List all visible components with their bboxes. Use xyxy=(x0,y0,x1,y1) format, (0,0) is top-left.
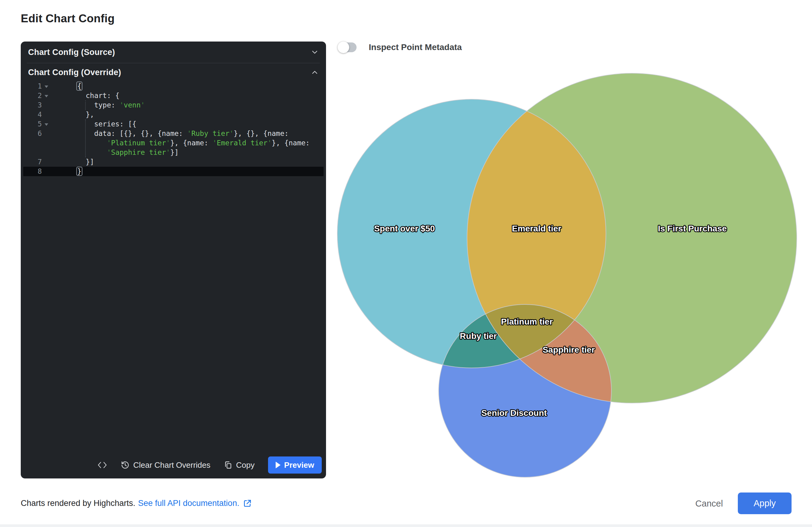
source-header-label: Chart Config (Source) xyxy=(28,48,115,57)
code-text: series: [{ xyxy=(77,119,136,129)
highcharts-credit: Charts rendered by Highcharts. xyxy=(21,499,135,508)
venn-label: Is First Purchase xyxy=(658,224,727,233)
chevron-down-icon[interactable] xyxy=(311,48,319,56)
venn-label: Spent over $50 xyxy=(374,224,435,233)
code-text: { xyxy=(77,82,82,91)
preview-label: Preview xyxy=(284,460,314,470)
cancel-button[interactable]: Cancel xyxy=(687,494,731,513)
code-text: type: 'venn' xyxy=(77,100,145,110)
line-number: 5 xyxy=(21,119,42,129)
copy-label: Copy xyxy=(236,460,255,470)
bottom-edge-strip xyxy=(0,525,812,527)
code-line[interactable]: 'Platinum tier'}, {name: 'Emerald tier'}… xyxy=(21,138,326,148)
code-line[interactable]: 1{ xyxy=(21,82,326,91)
line-number: 6 xyxy=(21,129,42,138)
line-number: 3 xyxy=(21,100,42,110)
override-header-label: Chart Config (Override) xyxy=(28,68,121,77)
code-text: } xyxy=(77,167,82,176)
code-line[interactable]: 3 type: 'venn' xyxy=(21,100,326,110)
clear-chart-overrides-button[interactable]: Clear Chart Overrides xyxy=(121,460,210,470)
toggle-track[interactable] xyxy=(339,42,357,52)
line-number: 7 xyxy=(21,157,42,167)
copy-icon xyxy=(224,461,232,469)
chevron-up-icon[interactable] xyxy=(311,68,319,76)
editor-toolbar: Clear Chart Overrides Copy Preview xyxy=(21,456,322,473)
line-number: 4 xyxy=(21,110,42,119)
venn-label: Emerald tier xyxy=(512,224,561,233)
code-text: data: [{}, {}, {name: 'Ruby tier'}, {}, … xyxy=(77,129,289,138)
external-link-icon[interactable] xyxy=(243,499,251,508)
footer-note: Charts rendered by Highcharts. See full … xyxy=(21,499,251,508)
venn-label: Ruby tier xyxy=(460,331,497,341)
code-text: 'Platinum tier'}, {name: 'Emerald tier'}… xyxy=(77,138,310,148)
page-title: Edit Chart Config xyxy=(21,12,115,25)
code-text: 'Sapphire tier'}] xyxy=(77,148,178,157)
code-editor[interactable]: 1{2 chart: {3 type: 'venn'4 },5 series: … xyxy=(21,82,326,176)
venn-label: Platinum tier xyxy=(501,317,553,326)
code-line[interactable]: 'Sapphire tier'}] xyxy=(21,148,326,157)
inspect-point-metadata-label: Inspect Point Metadata xyxy=(369,42,462,52)
apply-button[interactable]: Apply xyxy=(738,493,792,514)
fold-arrow-icon[interactable] xyxy=(45,95,48,97)
history-icon xyxy=(121,461,129,469)
fold-arrow-icon[interactable] xyxy=(45,85,48,88)
code-line[interactable]: 4 }, xyxy=(21,110,326,119)
chart-config-source-header[interactable]: Chart Config (Source) xyxy=(21,42,326,63)
line-number: 2 xyxy=(21,91,42,100)
inspect-point-metadata-toggle[interactable]: Inspect Point Metadata xyxy=(339,42,462,52)
clear-chart-overrides-label: Clear Chart Overrides xyxy=(133,460,210,470)
venn-label: Sapphire tier xyxy=(542,345,595,355)
code-line[interactable]: 6 data: [{}, {}, {name: 'Ruby tier'}, {}… xyxy=(21,129,326,138)
code-line[interactable]: 7 }] xyxy=(21,157,326,167)
chart-config-editor-panel: Chart Config (Source) Chart Config (Over… xyxy=(21,42,326,479)
line-number: 8 xyxy=(21,167,42,176)
preview-button[interactable]: Preview xyxy=(268,456,322,473)
venn-label: Senior Discount xyxy=(481,408,547,418)
copy-button[interactable]: Copy xyxy=(224,460,255,470)
fold-arrow-icon[interactable] xyxy=(45,123,48,126)
toggle-knob[interactable] xyxy=(338,42,349,53)
code-text: }, xyxy=(77,110,94,119)
code-line[interactable]: 5 series: [{ xyxy=(21,119,326,129)
code-view-button[interactable] xyxy=(97,461,107,469)
edit-chart-config-dialog: Edit Chart Config Chart Config (Source) … xyxy=(0,0,812,527)
api-documentation-link[interactable]: See full API documentation. xyxy=(138,499,239,508)
play-icon xyxy=(276,462,280,468)
code-line[interactable]: 8} xyxy=(21,167,326,176)
code-text: }] xyxy=(77,157,94,167)
code-text: chart: { xyxy=(77,91,119,100)
code-icon xyxy=(97,461,107,469)
venn-chart[interactable]: Spent over $50Is First PurchaseSenior Di… xyxy=(336,67,800,495)
code-line[interactable]: 2 chart: { xyxy=(21,91,326,100)
chart-config-override-header[interactable]: Chart Config (Override) xyxy=(21,63,326,82)
line-number: 1 xyxy=(21,82,42,91)
